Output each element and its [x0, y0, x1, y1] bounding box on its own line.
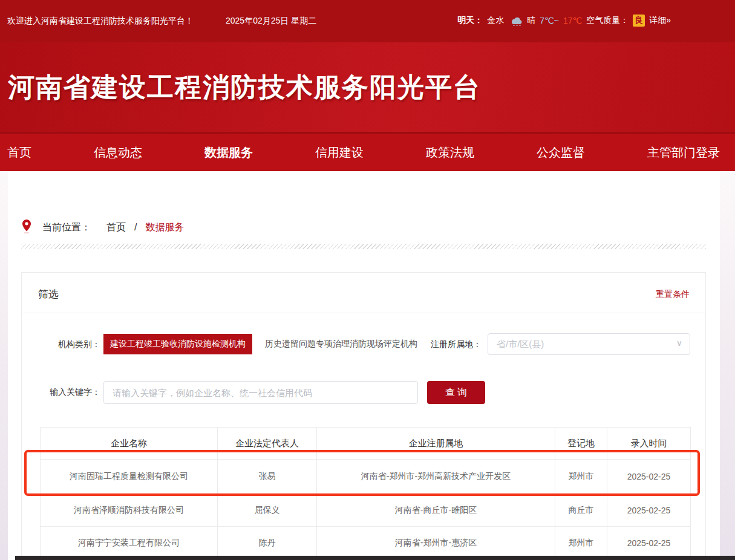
table-header-row: 企业名称企业法定代表人企业注册属地登记地录入时间 — [41, 428, 691, 460]
table-body: 河南固瑞工程质量检测有限公司张易河南省-郑州市-郑州高新技术产业开发区郑州市20… — [41, 460, 691, 559]
table-cell: 河南省-商丘市-睢阳区 — [317, 494, 555, 527]
top-utility-bar: 欢迎进入河南省建设工程消防技术服务阳光平台！ 2025年02月25日 星期二 明… — [0, 0, 735, 42]
column-header: 企业法定代表人 — [218, 428, 317, 460]
results-table: 企业名称企业法定代表人企业注册属地登记地录入时间 河南固瑞工程质量检测有限公司张… — [40, 427, 691, 559]
air-quality-badge: 良 — [633, 15, 645, 27]
chevron-down-icon: ∨ — [676, 338, 682, 348]
tomorrow-label: 明天： — [457, 15, 483, 26]
table-cell: 郑州市 — [555, 460, 607, 494]
welcome-text: 欢迎进入河南省建设工程消防技术服务阳光平台！ — [7, 16, 194, 27]
table-cell: 河南宇宁安装工程有限公司 — [41, 527, 218, 559]
region-label: 注册所属地： — [409, 339, 482, 350]
reset-filters-link[interactable]: 重置条件 — [656, 289, 690, 300]
nav-item-credit[interactable]: 信用建设 — [315, 145, 364, 161]
breadcrumb-current: 数据服务 — [145, 221, 184, 234]
column-header: 登记地 — [555, 428, 607, 460]
weather-widget: 明天： 金水 晴 7℃~ 17℃ 空气质量： 良 详细» — [457, 13, 671, 28]
breadcrumb-prefix: 当前位置： — [42, 221, 91, 234]
site-title: 河南省建设工程消防技术服务阳光平台 — [8, 70, 481, 105]
footer-top-strip — [15, 556, 735, 560]
slash-pattern-divider — [21, 244, 706, 249]
air-quality-label: 空气质量： — [586, 15, 629, 26]
table-cell: 陈丹 — [218, 527, 317, 559]
temp-high: 17℃ — [563, 16, 582, 25]
location-pin-icon — [22, 219, 31, 236]
table-cell: 2025-02-25 — [607, 460, 691, 494]
column-header: 录入时间 — [607, 428, 691, 460]
column-header: 企业注册属地 — [317, 428, 555, 460]
breadcrumb-home-link[interactable]: 首页 — [106, 221, 126, 234]
region-select-placeholder: 省/市/区(县) — [497, 339, 544, 350]
table-row: 河南固瑞工程质量检测有限公司张易河南省-郑州市-郑州高新技术产业开发区郑州市20… — [41, 460, 691, 494]
table-cell: 张易 — [218, 460, 317, 494]
category-tabs: 建设工程竣工验收消防设施检测机构历史遗留问题专项治理消防现场评定机构 — [103, 334, 424, 354]
table-cell: 河南省-郑州市-惠济区 — [317, 527, 555, 559]
table-cell: 2025-02-25 — [607, 494, 691, 527]
current-date: 2025年02月25日 星期二 — [226, 16, 316, 27]
nav-item-data-service[interactable]: 数据服务 — [204, 145, 253, 161]
nav-item-supervision[interactable]: 公众监督 — [537, 145, 585, 161]
temp-low: 7℃~ — [540, 16, 559, 25]
weather-detail-link[interactable]: 详细» — [649, 15, 671, 26]
nav-item-policy[interactable]: 政策法规 — [426, 145, 474, 161]
region-select-dropdown[interactable]: 省/市/区(县) ∨ — [488, 333, 690, 355]
category-tab-legacy-assessment-org[interactable]: 历史遗留问题专项治理消防现场评定机构 — [258, 334, 424, 354]
nav-item-news[interactable]: 信息动态 — [94, 145, 142, 161]
table-cell: 郑州市 — [555, 527, 607, 559]
table-cell: 河南省-郑州市-郑州高新技术产业开发区 — [317, 460, 555, 494]
search-button[interactable]: 查 询 — [427, 381, 485, 404]
nav-item-home[interactable]: 首页 — [7, 145, 31, 161]
breadcrumb: 当前位置： 首页 / 数据服务 — [22, 219, 184, 236]
weather-condition: 晴 — [527, 15, 535, 26]
table-cell: 商丘市 — [555, 494, 607, 527]
table-cell: 河南省泽顺消防科技有限公司 — [41, 494, 218, 527]
table-row: 河南省泽顺消防科技有限公司屈保义河南省-商丘市-睢阳区商丘市2025-02-25 — [41, 494, 691, 527]
table-cell: 河南固瑞工程质量检测有限公司 — [41, 460, 218, 494]
keyword-label: 输入关键字： — [22, 387, 100, 398]
weather-city: 金水 — [487, 15, 504, 26]
cloud-icon — [508, 16, 523, 26]
category-label: 机构类别： — [22, 339, 100, 350]
site-banner: 河南省建设工程消防技术服务阳光平台 — [0, 42, 735, 132]
nav-item-dept-login[interactable]: 主管部门登录 — [647, 145, 720, 161]
breadcrumb-separator: / — [134, 222, 137, 233]
table-cell: 屈保义 — [218, 494, 317, 527]
table-row: 河南宇宁安装工程有限公司陈丹河南省-郑州市-惠济区郑州市2025-02-25 — [41, 527, 691, 559]
category-tab-acceptance-test-org[interactable]: 建设工程竣工验收消防设施检测机构 — [103, 334, 252, 354]
keyword-input[interactable] — [103, 381, 418, 404]
filter-title: 筛选 — [38, 287, 59, 301]
main-nav: 首页信息动态数据服务信用建设政策法规公众监督主管部门登录 — [0, 132, 735, 171]
filter-panel: 筛选 重置条件 机构类别： 建设工程竣工验收消防设施检测机构历史遗留问题专项治理… — [21, 272, 706, 560]
filter-panel-header: 筛选 重置条件 — [22, 273, 705, 313]
table-cell: 2025-02-25 — [607, 527, 691, 559]
column-header: 企业名称 — [41, 428, 218, 460]
